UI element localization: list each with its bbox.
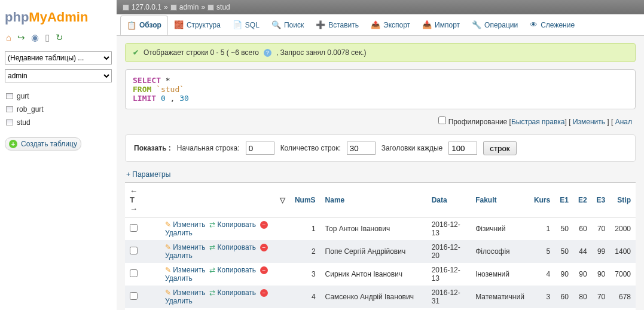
results-table: ← T → ▽ NumS Name Data Fakult Kurs E1 E2… (125, 182, 636, 310)
sql-query-box: SELECT * FROM `stud` LIMIT 0 , 30 (125, 69, 636, 109)
pagination-row: Показать : Начальная строка: Количество … (125, 134, 636, 162)
delete-icon: − (260, 221, 268, 229)
cell-data: 2016-12-20 (427, 240, 471, 263)
table-item-stud[interactable]: stud (5, 116, 112, 129)
col-e1[interactable]: E1 (555, 183, 573, 217)
sql-icon: 📄 (233, 20, 242, 29)
col-e2[interactable]: E2 (573, 183, 592, 217)
help-icon[interactable]: ? (264, 49, 271, 57)
cell-stip: 2000 (610, 217, 636, 241)
col-name[interactable]: Name (321, 183, 427, 217)
home-icon[interactable]: ⌂ (6, 32, 11, 43)
copy-link[interactable]: Копировать (218, 243, 257, 251)
create-table-button[interactable]: + Создать таблицу (5, 137, 81, 151)
tab-structure[interactable]: 🧱Структура (168, 16, 227, 34)
cell-e2: 90 (573, 263, 592, 286)
docs-icon[interactable]: ▯ (45, 32, 50, 43)
pencil-icon: ✎ (165, 243, 171, 251)
copy-icon: ⇄ (209, 220, 215, 229)
edit-link[interactable]: Изменить (173, 288, 205, 297)
table-icon (207, 4, 214, 11)
logo[interactable]: phpMyAdmin (5, 10, 112, 25)
cell-name: Сирник Антон Іванович (321, 263, 427, 286)
cell-e3: 70 (592, 217, 611, 241)
logout-icon[interactable]: ↪ (17, 32, 25, 43)
cell-nums: 4 (290, 286, 321, 308)
row-checkbox[interactable] (130, 269, 138, 277)
cell-e1: 50 (555, 217, 573, 241)
cell-kurs: 5 (529, 240, 555, 263)
options-toggle[interactable]: + Параметры (126, 170, 636, 179)
delete-link[interactable]: Удалить (165, 297, 193, 305)
pencil-icon: ✎ (165, 220, 171, 229)
delete-link[interactable]: Удалить (165, 251, 193, 260)
tab-search[interactable]: 🔍Поиск (265, 16, 310, 34)
tab-export[interactable]: 📤Экспорт (365, 16, 416, 34)
breadcrumb-db[interactable]: admin (179, 3, 199, 11)
database-select[interactable]: admin (5, 69, 112, 82)
show-label: Показать : (134, 144, 171, 152)
col-stip[interactable]: Stip (610, 183, 636, 217)
search-icon: 🔍 (271, 20, 281, 29)
edit-link[interactable]: Изменить (173, 243, 205, 251)
start-row-input[interactable] (246, 142, 274, 155)
rows-submit-button[interactable]: строк (483, 141, 516, 155)
col-kurs[interactable]: Kurs (529, 183, 555, 217)
cell-data: 2016-12-13 (427, 263, 471, 286)
cell-e1: 50 (555, 240, 573, 263)
copy-icon: ⇄ (209, 243, 215, 251)
edit-link[interactable]: Изменить (173, 220, 205, 229)
cell-name: Тор Антон Іванович (321, 217, 427, 241)
quick-edit-link[interactable]: Быстрая правка (511, 118, 565, 126)
headers-every-input[interactable] (448, 142, 477, 155)
table-row: ✎ Изменить ⇄ Копировать − Удалить2Попе С… (125, 240, 636, 263)
tab-tracking[interactable]: 👁Слежение (524, 16, 581, 34)
tab-operations[interactable]: 🔧Операции (466, 16, 524, 34)
tab-sql[interactable]: 📄SQL (227, 16, 265, 34)
copy-link[interactable]: Копировать (218, 288, 257, 297)
profiling-checkbox[interactable] (438, 116, 446, 124)
cell-kurs: 3 (529, 286, 555, 308)
cell-e1: 90 (555, 263, 573, 286)
tab-import[interactable]: 📥Импорт (416, 16, 466, 34)
col-data[interactable]: Data (427, 183, 471, 217)
recent-tables-select[interactable]: (Недавние таблицы) ... (5, 51, 112, 65)
copy-link[interactable]: Копировать (218, 266, 257, 274)
check-icon: ✔ (133, 48, 139, 57)
tab-browse[interactable]: 📋Обзор (120, 16, 168, 35)
cell-e3: 99 (592, 240, 611, 263)
table-item-rob-gurt[interactable]: rob_gurt (5, 103, 112, 116)
reload-icon[interactable]: ↻ (56, 32, 63, 43)
cell-e3: 70 (592, 286, 611, 308)
pencil-icon: ✎ (165, 288, 171, 297)
query-icon[interactable]: ◉ (31, 32, 39, 43)
row-checkbox[interactable] (130, 292, 138, 300)
cell-e3: 90 (592, 263, 611, 286)
cell-kurs: 4 (529, 263, 555, 286)
plus-icon: + (9, 140, 17, 148)
row-count-input[interactable] (347, 142, 376, 155)
delete-link[interactable]: Удалить (165, 274, 193, 283)
delete-icon: − (260, 289, 268, 297)
analyze-sql-link[interactable]: Анал (615, 118, 632, 126)
db-icon (170, 4, 177, 11)
row-checkbox[interactable] (130, 224, 138, 232)
col-nums[interactable]: NumS (290, 183, 321, 217)
tab-insert[interactable]: ➕Вставить (310, 16, 365, 34)
breadcrumb-table[interactable]: stud (216, 3, 230, 11)
col-fakult[interactable]: Fakult (471, 183, 529, 217)
cell-data: 2016-12-31 (427, 286, 471, 308)
edit-link[interactable]: Изменить (173, 266, 205, 274)
cell-nums: 3 (290, 263, 321, 286)
delete-link[interactable]: Удалить (165, 229, 193, 237)
table-item-gurt[interactable]: gurt (5, 90, 112, 103)
row-checkbox[interactable] (130, 247, 138, 254)
cell-data: 2016-12-13 (427, 217, 471, 241)
col-e3[interactable]: E3 (592, 183, 611, 217)
edit-sql-link[interactable]: Изменить (573, 118, 605, 126)
breadcrumb-server[interactable]: 127.0.0.1 (132, 3, 161, 11)
copy-link[interactable]: Копировать (218, 220, 257, 229)
pencil-icon: ✎ (165, 266, 171, 274)
sort-controls[interactable]: ← T → (130, 186, 138, 213)
cell-fakult: Фізичний (471, 217, 529, 241)
